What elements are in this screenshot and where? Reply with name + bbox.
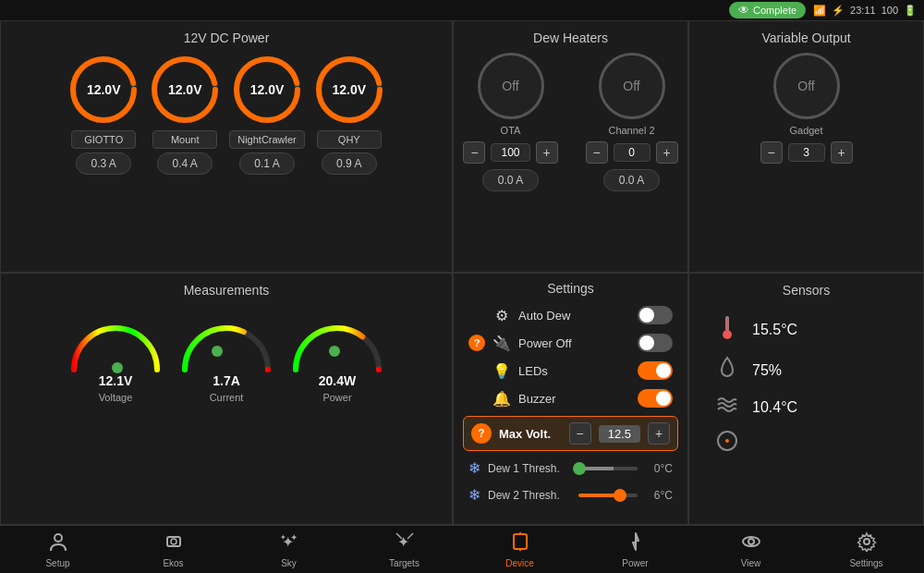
power-gauge (286, 314, 388, 370)
dew2-slider-thumb[interactable] (614, 489, 626, 502)
dew1-slider-track (578, 467, 638, 470)
dew-ch2-minus[interactable]: − (586, 141, 608, 164)
nav-power[interactable]: Power (578, 526, 693, 574)
dew-ota-current: 0.0 A (482, 169, 539, 191)
leds-toggle[interactable] (638, 361, 673, 380)
nav-sky[interactable]: ✦ ✦ ✦ Sky (231, 526, 346, 574)
waves-icon (713, 396, 741, 419)
dc-power-panel: 12V DC Power 12.0V GIOTTO 0.3 A (0, 20, 453, 273)
dew-ota-circle: Off (478, 53, 544, 119)
max-volt-value: 12.5 (599, 425, 640, 443)
main-content: 12V DC Power 12.0V GIOTTO 0.3 A (0, 20, 924, 525)
dc-value-4: 12.0V (332, 82, 366, 97)
dc-name-2: Mount (152, 130, 217, 149)
meter-row: 12.1V Voltage (65, 305, 388, 412)
max-volt-label: Max Volt. (499, 427, 562, 441)
dc-current-2: 0.4 A (157, 152, 213, 175)
nav-settings-label: Settings (849, 558, 882, 568)
battery-display: 100 (881, 5, 898, 16)
settings-row-autodew: ? ⚙ Auto Dew (463, 303, 678, 327)
poweroff-help-icon[interactable]: ? (468, 335, 485, 351)
nav-targets-label: Targets (389, 558, 419, 568)
dew-ota-minus[interactable]: − (463, 141, 485, 164)
ring-gauge-2: 12.0V (148, 53, 222, 127)
meter-voltage: 12.1V Voltage (65, 314, 166, 403)
power-label: Power (322, 392, 351, 403)
max-volt-row: ? Max Volt. − 12.5 + (463, 416, 678, 451)
nav-settings[interactable]: Settings (808, 526, 924, 574)
nav-view[interactable]: View (693, 526, 808, 574)
variable-name: Gadget (789, 125, 822, 136)
variable-minus[interactable]: − (760, 141, 783, 164)
status-bar: 👁 Complete 📶 ⚡ 23:11 100 🔋 (0, 0, 924, 20)
dew-ch2-val: 0 (614, 143, 650, 162)
svg-marker-28 (633, 533, 638, 550)
sensors-panel: Sensors 15.5°C 75% (688, 273, 924, 525)
thresh-row-dew2: ❄ Dew 2 Thresh. 6°C (463, 483, 678, 506)
nav-setup-label: Setup (45, 558, 69, 568)
nav-power-label: Power (622, 558, 648, 568)
battery-icon: 🔋 (904, 5, 917, 17)
nav-ekos-label: Ekos (163, 558, 183, 568)
autodew-icon: ⚙ (492, 307, 511, 324)
poweroff-icon: 🔌 (492, 335, 511, 352)
svg-point-15 (725, 439, 729, 443)
dc-value-3: 12.0V (250, 82, 285, 97)
svg-text:✦: ✦ (290, 532, 298, 543)
nav-setup[interactable]: Setup (0, 526, 116, 574)
svg-point-30 (748, 539, 754, 544)
dc-value-2: 12.0V (168, 82, 202, 97)
dew-ota-label: OTA (501, 125, 521, 136)
variable-plus[interactable]: + (831, 141, 853, 164)
dew-ch2-state: Off (623, 79, 639, 93)
dew-ch2-plus[interactable]: + (656, 141, 678, 164)
dew1-thresh-label: Dew 1 Thresh. (488, 462, 571, 475)
nav-view-label: View (741, 558, 761, 568)
thermometer-icon (713, 314, 741, 345)
dc-current-1: 0.3 A (76, 152, 131, 175)
compass-icon (713, 430, 741, 457)
autodew-toggle[interactable] (638, 306, 673, 324)
eye-icon: 👁 (738, 4, 749, 17)
svg-point-16 (55, 534, 62, 542)
max-volt-minus[interactable]: − (569, 422, 591, 445)
dew1-snowflake-icon: ❄ (468, 459, 480, 477)
max-volt-plus[interactable]: + (648, 422, 670, 445)
humidity-value: 75% (752, 362, 782, 379)
leds-label: LEDs (518, 364, 630, 378)
svg-rect-25 (514, 534, 527, 549)
sensor-dew: 10.4°C (699, 390, 914, 424)
time-display: 23:11 (850, 5, 876, 16)
svg-point-31 (864, 539, 869, 544)
variable-val: 3 (788, 143, 825, 162)
nav-ekos[interactable]: Ekos (116, 526, 231, 574)
dew-ota-plus[interactable]: + (536, 141, 558, 164)
dc-channel-1: 12.0V GIOTTO 0.3 A (67, 53, 140, 175)
sensor-compass (699, 424, 914, 462)
bottom-nav: Setup Ekos ✦ ✦ ✦ Sky ✦ Targets (0, 525, 924, 573)
dew2-thresh-val: 6°C (645, 489, 673, 502)
variable-output-item: Off Gadget − 3 + (760, 53, 853, 164)
dew-ota-val: 100 (491, 143, 529, 162)
dew-heaters-title: Dew Heaters (533, 30, 608, 45)
svg-point-10 (329, 346, 340, 357)
settings-row-leds: ? 💡 LEDs (463, 359, 678, 383)
buzzer-label: Buzzer (518, 392, 630, 406)
dew-ch2-stepper: − 0 + (586, 141, 678, 164)
autodew-label: Auto Dew (518, 309, 630, 323)
nav-sky-label: Sky (281, 558, 297, 568)
dew1-slider-thumb[interactable] (573, 462, 586, 475)
dew-ota-state: Off (502, 79, 518, 93)
ring-gauge-3: 12.0V (230, 53, 304, 127)
poweroff-toggle[interactable] (638, 334, 673, 352)
buzzer-toggle[interactable] (638, 389, 673, 408)
nav-targets[interactable]: ✦ Targets (346, 526, 462, 574)
dc-gauges: 12.0V GIOTTO 0.3 A 12.0V Mount 0.4 A (67, 53, 386, 175)
dew2-thresh-label: Dew 2 Thresh. (488, 489, 571, 502)
settings-row-buzzer: ? 🔔 Buzzer (463, 386, 678, 410)
humidity-icon (713, 356, 741, 384)
leds-icon: 💡 (492, 362, 511, 380)
complete-badge: 👁 Complete (729, 2, 806, 18)
nav-device[interactable]: Device (462, 526, 578, 574)
dc-value-1: 12.0V (87, 82, 121, 97)
